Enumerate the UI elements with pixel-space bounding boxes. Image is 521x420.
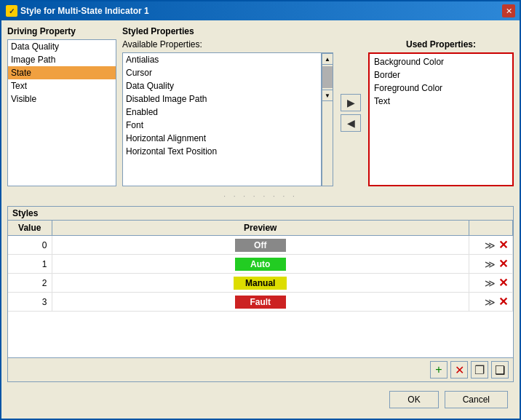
col-preview-header: Preview <box>52 221 469 236</box>
paste-style-button[interactable]: ❑ <box>491 361 509 379</box>
transfer-buttons: ▶ ◀ <box>338 39 364 186</box>
available-scrollbar[interactable]: ▲ ▼ <box>322 52 333 186</box>
main-window: ✓ Style for Multi-State Indicator 1 ✕ Dr… <box>0 0 521 420</box>
used-item-border[interactable]: Border <box>371 68 511 82</box>
row-2-chevron-icon[interactable]: ≫ <box>485 277 496 289</box>
avail-item-h-alignment[interactable]: Horizontal Alignment <box>123 132 321 145</box>
dots-separator: · · · · · · · · <box>7 191 514 202</box>
styled-properties-inner: Available Properties: Antialias Cursor D… <box>122 39 514 186</box>
styled-properties-label: Styled Properties <box>122 26 514 36</box>
row-0-actions: ≫ ✕ <box>469 236 513 255</box>
row-1-chevron-icon[interactable]: ≫ <box>485 258 496 270</box>
avail-item-cursor[interactable]: Cursor <box>123 66 321 79</box>
used-item-bg-color[interactable]: Background Color <box>371 55 511 68</box>
row-1-value: 1 <box>8 255 52 274</box>
row-3-action-group: ≫ ✕ <box>474 295 508 309</box>
avail-item-antialias[interactable]: Antialias <box>123 53 321 66</box>
used-item-text[interactable]: Text <box>371 95 511 108</box>
row-3-preview[interactable]: Fault <box>52 293 469 312</box>
driving-property-panel: Driving Property Data Quality Image Path… <box>7 26 116 186</box>
used-properties-panel: Used Properties: Background Color Border… <box>368 39 514 186</box>
row-2-delete-icon[interactable]: ✕ <box>498 276 508 290</box>
available-label: Available Properties: <box>122 39 333 49</box>
used-item-fg-color[interactable]: Foreground Color <box>371 82 511 95</box>
row-3-actions: ≫ ✕ <box>469 293 513 312</box>
styles-table: Value Preview 0 Off <box>8 221 513 357</box>
row-2-actions: ≫ ✕ <box>469 274 513 293</box>
footer: OK Cancel <box>7 387 514 413</box>
add-to-used-button[interactable]: ▶ <box>341 94 361 111</box>
row-3-value: 3 <box>8 293 52 312</box>
ok-button[interactable]: OK <box>389 391 438 408</box>
avail-item-data-quality[interactable]: Data Quality <box>123 79 321 92</box>
driving-item-state[interactable]: State <box>8 66 116 79</box>
row-2-value: 2 <box>8 274 52 293</box>
styles-section: Styles Value Preview 0 O <box>7 206 514 382</box>
copy-style-button[interactable]: ❐ <box>471 361 488 379</box>
avail-item-disabled-image[interactable]: Disabled Image Path <box>123 92 321 106</box>
state-fault-button[interactable]: Fault <box>235 296 286 309</box>
state-off-button[interactable]: Off <box>235 239 286 252</box>
row-1-actions: ≫ ✕ <box>469 255 513 274</box>
available-properties-panel: Available Properties: Antialias Cursor D… <box>122 39 333 186</box>
col-actions-header <box>469 221 513 236</box>
styles-data-table: Value Preview 0 Off <box>8 221 513 312</box>
row-0-delete-icon[interactable]: ✕ <box>498 238 508 252</box>
top-section: Driving Property Data Quality Image Path… <box>7 26 514 186</box>
row-0-preview[interactable]: Off <box>52 236 469 255</box>
window-icon: ✓ <box>6 5 17 17</box>
row-1-preview[interactable]: Auto <box>52 255 469 274</box>
row-2-preview[interactable]: Manual <box>52 274 469 293</box>
close-button[interactable]: ✕ <box>502 4 515 17</box>
avail-item-h-text-pos[interactable]: Horizontal Text Position <box>123 145 321 158</box>
driving-item-text[interactable]: Text <box>8 79 116 92</box>
add-style-button[interactable]: + <box>430 361 448 379</box>
styles-toolbar: + ✕ ❐ ❑ <box>8 357 513 381</box>
row-0-value: 0 <box>8 236 52 255</box>
row-0-chevron-icon[interactable]: ≫ <box>485 239 496 251</box>
scroll-down-arrow[interactable]: ▼ <box>322 90 333 101</box>
main-content: Driving Property Data Quality Image Path… <box>1 20 520 419</box>
title-bar-left: ✓ Style for Multi-State Indicator 1 <box>6 5 149 17</box>
cancel-button[interactable]: Cancel <box>445 391 508 408</box>
table-row: 0 Off ≫ ✕ <box>8 236 513 255</box>
driving-item-data-quality[interactable]: Data Quality <box>8 40 116 53</box>
available-props-inner: Antialias Cursor Data Quality Disabled I… <box>122 52 333 186</box>
avail-item-font[interactable]: Font <box>123 119 321 132</box>
table-row: 3 Fault ≫ ✕ <box>8 293 513 312</box>
scroll-up-arrow[interactable]: ▲ <box>322 53 333 65</box>
row-0-action-group: ≫ ✕ <box>474 238 508 252</box>
row-3-delete-icon[interactable]: ✕ <box>498 295 508 309</box>
col-value-header: Value <box>8 221 52 236</box>
row-1-delete-icon[interactable]: ✕ <box>498 257 508 271</box>
driving-item-image-path[interactable]: Image Path <box>8 53 116 66</box>
remove-from-used-button[interactable]: ◀ <box>341 114 361 132</box>
table-row: 1 Auto ≫ ✕ <box>8 255 513 274</box>
used-props-label: Used Properties: <box>368 39 514 49</box>
delete-style-button[interactable]: ✕ <box>450 361 468 379</box>
state-manual-button[interactable]: Manual <box>234 277 287 290</box>
styles-header: Styles <box>8 207 513 221</box>
scroll-thumb[interactable] <box>322 66 333 88</box>
table-row: 2 Manual ≫ ✕ <box>8 274 513 293</box>
avail-item-enabled[interactable]: Enabled <box>123 106 321 119</box>
available-list[interactable]: Antialias Cursor Data Quality Disabled I… <box>122 52 322 186</box>
title-bar: ✓ Style for Multi-State Indicator 1 ✕ <box>1 1 520 20</box>
row-1-action-group: ≫ ✕ <box>474 257 508 271</box>
row-2-action-group: ≫ ✕ <box>474 276 508 290</box>
state-auto-button[interactable]: Auto <box>235 258 286 271</box>
driving-property-label: Driving Property <box>7 26 116 36</box>
row-3-chevron-icon[interactable]: ≫ <box>485 296 496 308</box>
styled-properties-panel: Styled Properties Available Properties: … <box>122 26 514 186</box>
driving-item-visible[interactable]: Visible <box>8 92 116 106</box>
window-title: Style for Multi-State Indicator 1 <box>20 6 149 16</box>
driving-property-list[interactable]: Data Quality Image Path State Text Visib… <box>7 39 116 186</box>
used-list[interactable]: Background Color Border Foreground Color… <box>368 52 514 186</box>
